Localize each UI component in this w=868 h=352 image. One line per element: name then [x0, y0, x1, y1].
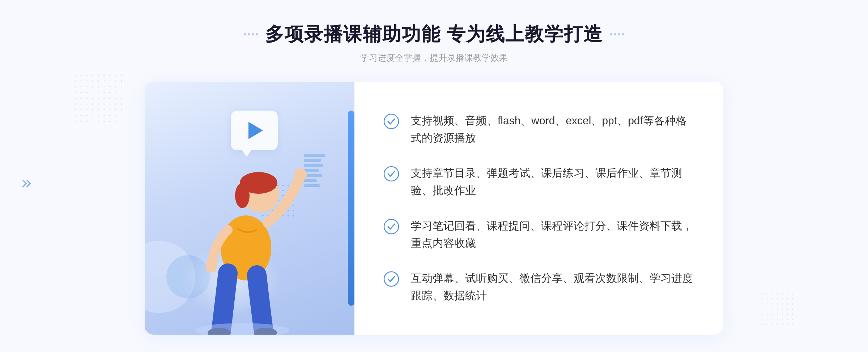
decorator-dots-left [244, 33, 258, 35]
svg-point-8 [195, 323, 289, 335]
bg-dots-top-left [72, 72, 127, 126]
feature-item-4: 互动弹幕、试听购买、微信分享、观看次数限制、学习进度跟踪、数据统计 [383, 262, 694, 312]
header-section: 多项录播课辅助功能 专为线上教学打造 学习进度全掌握，提升录播课教学效果 [244, 22, 624, 64]
decorator-dots-right [610, 33, 624, 35]
figure-container [166, 132, 311, 335]
content-side: 支持视频、音频、flash、word、excel、ppt、pdf等各种格式的资源… [354, 82, 723, 335]
dot-4 [256, 33, 258, 35]
feature-text-3: 学习笔记回看、课程提问、课程评论打分、课件资料下载，重点内容收藏 [411, 217, 694, 252]
header-decorators: 多项录播课辅助功能 专为线上教学打造 [244, 22, 624, 47]
svg-point-4 [294, 168, 307, 181]
bg-dots-bottom-right [760, 291, 796, 327]
content-card: 支持视频、音频、flash、word、excel、ppt、pdf等各种格式的资源… [145, 82, 723, 335]
dot-6 [614, 33, 616, 35]
page-title: 多项录播课辅助功能 专为线上教学打造 [265, 22, 603, 47]
dot-5 [610, 33, 612, 35]
person-illustration [177, 132, 315, 335]
dot-8 [622, 33, 624, 35]
dot-7 [618, 33, 620, 35]
svg-point-12 [384, 272, 399, 286]
feature-item-2: 支持章节目录、弹题考试、课后练习、课后作业、章节测验、批改作业 [383, 157, 694, 206]
check-icon-2 [383, 166, 399, 182]
blue-bar [348, 111, 354, 306]
feature-text-1: 支持视频、音频、flash、word、excel、ppt、pdf等各种格式的资源… [411, 112, 694, 147]
feature-item-3: 学习笔记回看、课程提问、课程评论打分、课件资料下载，重点内容收藏 [383, 210, 694, 259]
dot-3 [252, 33, 254, 35]
svg-point-3 [235, 183, 250, 208]
dot-1 [244, 33, 246, 35]
page-container: » 多项录播课辅助功能 专为线上教学打造 学习进度全掌握，提升录播课教学效果 [0, 0, 868, 352]
svg-point-5 [205, 261, 217, 272]
page-subtitle: 学习进度全掌握，提升录播课教学效果 [244, 52, 624, 64]
feature-text-4: 互动弹幕、试听购买、微信分享、观看次数限制、学习进度跟踪、数据统计 [411, 270, 694, 304]
check-icon-1 [383, 113, 399, 129]
svg-point-9 [384, 114, 399, 129]
svg-point-10 [384, 167, 399, 181]
chevron-left-icon: » [22, 173, 31, 191]
feature-item-1: 支持视频、音频、flash、word、excel、ppt、pdf等各种格式的资源… [383, 105, 694, 154]
svg-point-11 [384, 219, 399, 234]
check-icon-4 [383, 271, 399, 287]
dot-2 [248, 33, 250, 35]
check-icon-3 [383, 219, 399, 235]
illustration-side [145, 82, 354, 335]
feature-text-2: 支持章节目录、弹题考试、课后练习、课后作业、章节测验、批改作业 [411, 164, 694, 199]
